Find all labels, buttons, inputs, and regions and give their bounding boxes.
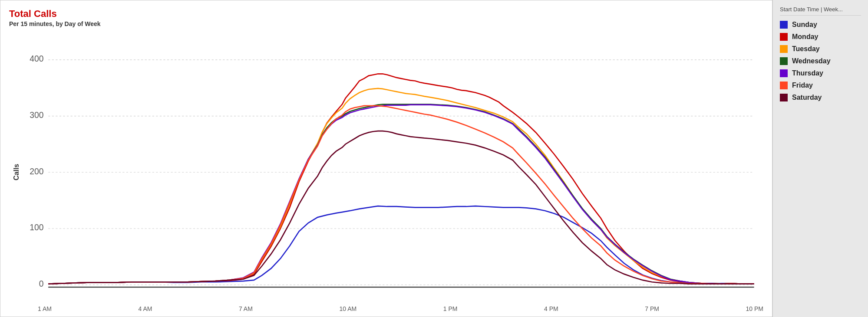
legend-swatch xyxy=(780,69,788,77)
legend-swatch xyxy=(780,45,788,53)
svg-text:100: 100 xyxy=(30,222,43,232)
chart-svg: 400 300 200 100 0 xyxy=(20,32,763,304)
chart-plot-area: 400 300 200 100 0 xyxy=(20,32,763,312)
legend-swatch xyxy=(780,33,788,41)
svg-text:200: 200 xyxy=(30,167,43,176)
chart-area: Calls 400 300 200 xyxy=(9,32,763,312)
sidebar-title: Start Date Time | Week... xyxy=(780,6,861,16)
legend-swatch xyxy=(780,82,788,89)
legend-label: Thursday xyxy=(792,69,823,77)
legend-swatch xyxy=(780,94,788,101)
legend-label: Saturday xyxy=(792,94,822,101)
legend-item: Friday xyxy=(780,82,861,89)
chart-container: Total Calls Per 15 minutes, by Day of We… xyxy=(0,0,772,317)
legend-swatch xyxy=(780,21,788,29)
x-axis-label: 4 PM xyxy=(544,305,558,312)
x-axis-label: 10 AM xyxy=(339,305,356,312)
x-axis-label: 7 PM xyxy=(645,305,659,312)
svg-text:0: 0 xyxy=(39,279,44,288)
chart-title: Total Calls xyxy=(9,8,763,20)
x-axis-label: 7 AM xyxy=(239,305,253,312)
svg-text:300: 300 xyxy=(30,110,43,120)
legend-container: SundayMondayTuesdayWednesdayThursdayFrid… xyxy=(780,21,861,101)
chart-subtitle: Per 15 minutes, by Day of Week xyxy=(9,20,763,27)
legend-label: Sunday xyxy=(792,21,817,29)
x-axis-label: 1 AM xyxy=(38,305,52,312)
x-axis-label: 1 PM xyxy=(443,305,458,312)
x-axis-labels: 1 AM4 AM7 AM10 AM1 PM4 PM7 PM10 PM xyxy=(20,304,763,312)
legend-label: Friday xyxy=(792,82,813,89)
legend-label: Tuesday xyxy=(792,45,820,53)
sidebar: Start Date Time | Week... SundayMondayTu… xyxy=(772,0,868,317)
legend-label: Wednesday xyxy=(792,57,831,65)
legend-swatch xyxy=(780,57,788,65)
legend-item: Saturday xyxy=(780,94,861,101)
x-axis-label: 4 AM xyxy=(138,305,152,312)
legend-item: Wednesday xyxy=(780,57,861,65)
legend-item: Tuesday xyxy=(780,45,861,53)
chart-svg-wrapper: 400 300 200 100 0 xyxy=(20,32,763,304)
legend-label: Monday xyxy=(792,33,818,41)
x-axis-label: 10 PM xyxy=(746,305,763,312)
legend-item: Sunday xyxy=(780,21,861,29)
legend-item: Monday xyxy=(780,33,861,41)
y-axis-label: Calls xyxy=(9,32,20,312)
svg-text:400: 400 xyxy=(30,54,43,63)
legend-item: Thursday xyxy=(780,69,861,77)
